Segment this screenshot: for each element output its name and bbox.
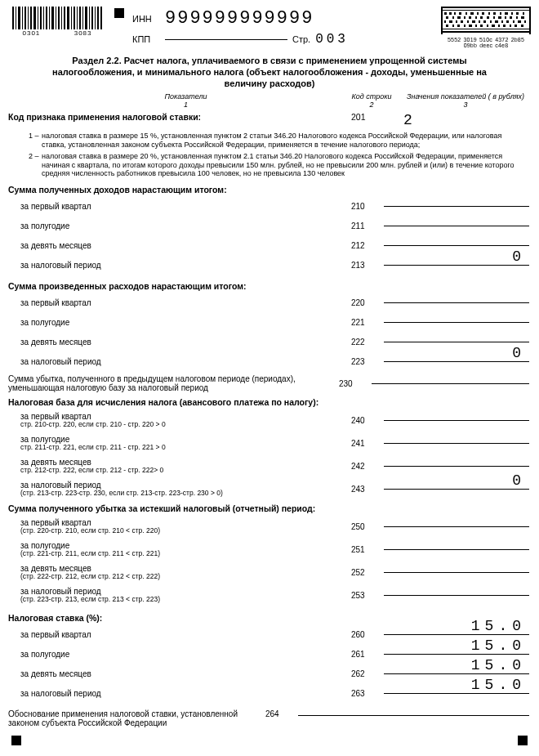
svg-rect-34	[444, 12, 447, 15]
row-201-label: Код признака применения налоговой ставки…	[8, 112, 294, 122]
svg-rect-0	[12, 7, 14, 29]
svg-rect-64	[449, 20, 452, 23]
svg-rect-39	[470, 12, 474, 15]
row-241: за полугодиестр. 211-стр. 221, если стр.…	[20, 432, 531, 454]
svg-rect-57	[493, 16, 495, 19]
svg-rect-49	[446, 16, 448, 19]
note-1-text: налоговая ставка в размере 15 %, установ…	[42, 132, 523, 150]
svg-rect-52	[464, 16, 466, 19]
svg-rect-86	[492, 25, 495, 27]
svg-rect-71	[490, 20, 492, 23]
row-250: за первый квартал(стр. 220-стр. 210, есл…	[20, 515, 531, 538]
row-222: за девять месяцев222	[20, 332, 531, 351]
svg-rect-55	[480, 16, 483, 19]
svg-rect-9	[40, 7, 42, 29]
kpp-label: КПП	[132, 34, 160, 44]
svg-rect-46	[511, 12, 513, 15]
row-230: Сумма убытка, полученного в предыдущем н…	[20, 371, 531, 396]
svg-rect-5	[28, 7, 29, 29]
section-title: Раздел 2.2. Расчет налога, уплачиваемого…	[33, 56, 506, 89]
svg-rect-56	[487, 16, 489, 19]
note-2-text: налоговая ставка в размере 20 %, установ…	[42, 152, 523, 178]
svg-rect-85	[487, 25, 488, 27]
svg-rect-11	[46, 7, 47, 29]
svg-rect-3	[22, 7, 23, 29]
row-261: за полугодие26115.0	[20, 644, 531, 664]
barcode-num-a: 0301	[23, 29, 41, 37]
row-201-value: 2	[403, 112, 414, 128]
page-value: 003	[315, 32, 349, 47]
svg-rect-31	[441, 10, 531, 11]
svg-rect-75	[513, 20, 514, 23]
barcode-1d	[12, 7, 102, 31]
kpp-line	[165, 39, 287, 40]
svg-rect-82	[469, 25, 472, 27]
svg-rect-80	[457, 25, 460, 27]
svg-rect-77	[524, 20, 526, 23]
svg-rect-23	[82, 7, 83, 29]
barcode-2d	[441, 7, 531, 34]
svg-rect-74	[506, 20, 509, 23]
svg-rect-29	[100, 7, 102, 29]
svg-rect-67	[467, 20, 469, 23]
svg-rect-68	[472, 20, 475, 23]
row-252: за девять месяцев(стр. 222-стр. 212, есл…	[20, 561, 531, 584]
alignment-square-top-left	[114, 8, 124, 18]
svg-rect-73	[501, 20, 503, 23]
row-201-code: 201	[351, 112, 366, 122]
svg-rect-28	[97, 7, 99, 29]
svg-rect-51	[457, 16, 461, 19]
page-label: Стр.	[292, 34, 310, 44]
footer-marks	[8, 736, 531, 745]
svg-rect-43	[493, 12, 496, 15]
svg-rect-84	[480, 25, 483, 27]
svg-rect-90	[514, 25, 517, 27]
col-header-2: Код строки	[343, 92, 400, 101]
svg-rect-50	[452, 16, 454, 19]
svg-rect-79	[452, 25, 454, 27]
svg-rect-63	[444, 20, 446, 23]
svg-rect-45	[505, 12, 508, 15]
barcode-left: 0301 3083	[8, 7, 106, 37]
row-262: за девять месяцев26215.0	[20, 664, 531, 683]
svg-rect-22	[79, 7, 81, 29]
row-253: за налоговый период(стр. 223-стр. 213, е…	[20, 584, 531, 606]
svg-rect-59	[505, 16, 506, 19]
section-s5-title: Сумма полученного убытка за истекший нал…	[8, 503, 531, 513]
svg-rect-66	[461, 20, 463, 23]
inn-value: 999999999999	[165, 8, 314, 29]
inn-label: ИНН	[132, 14, 160, 24]
svg-rect-12	[49, 7, 50, 29]
row-242: за девять месяцевстр. 212-стр. 222, если…	[20, 454, 531, 477]
row-264: Обоснование применения налоговой ставки,…	[8, 709, 531, 727]
svg-rect-10	[43, 7, 44, 29]
svg-rect-48	[523, 12, 524, 15]
svg-rect-76	[518, 20, 521, 23]
svg-rect-25	[89, 7, 90, 29]
col-num-1: 1	[29, 101, 343, 109]
svg-rect-58	[498, 16, 501, 19]
svg-rect-36	[454, 12, 456, 15]
svg-rect-87	[498, 25, 500, 27]
svg-rect-37	[459, 12, 461, 15]
row-220: за первый квартал220	[20, 293, 531, 312]
col-header-3: Значения показателей ( в рублях)	[400, 92, 531, 101]
rate-notes: 1 –налоговая ставка в размере 15 %, уста…	[29, 132, 523, 178]
section-s2-title: Сумма произведенных расходов нарастающим…	[8, 281, 531, 291]
svg-rect-26	[91, 7, 93, 29]
alignment-square-bottom-right	[518, 736, 528, 745]
form-header: 0301 3083 ИНН 999999999999 КПП Стр. 003	[8, 7, 531, 49]
svg-rect-40	[477, 12, 479, 15]
svg-rect-33	[529, 7, 531, 34]
alignment-square-bottom-left	[11, 736, 21, 745]
svg-rect-92	[441, 29, 531, 29]
row-251: за полугодие(стр. 221-стр. 211, если стр…	[20, 538, 531, 561]
svg-rect-7	[33, 7, 36, 29]
row-263: за налоговый период26315.0	[20, 683, 531, 703]
svg-rect-62	[521, 16, 524, 19]
section-s4-title: Налоговая база для исчисления налога (ав…	[8, 397, 531, 407]
svg-rect-13	[51, 7, 54, 29]
svg-rect-69	[479, 20, 480, 23]
svg-rect-18	[67, 7, 69, 29]
svg-rect-70	[483, 20, 486, 23]
